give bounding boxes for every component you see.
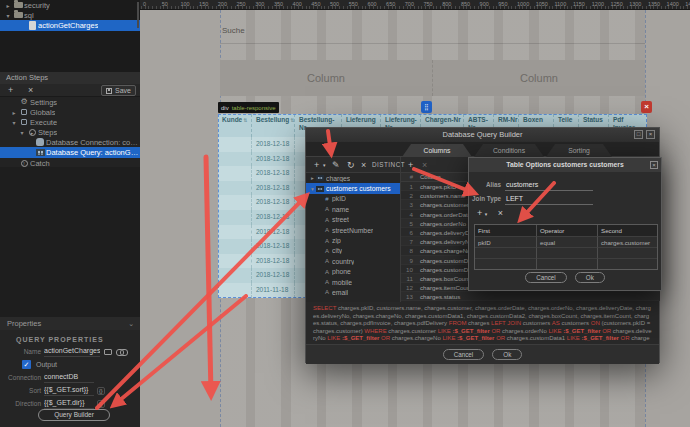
popup-titlebar[interactable]: Table Options customers customers [469,158,661,172]
schema-table-charges[interactable]: ▸charges [306,173,400,183]
query-builder-button[interactable]: Query Builder [38,409,110,421]
add-step-button[interactable]: + [8,84,13,96]
popup-footer: Cancel Ok [469,272,661,283]
binding-picker-icon[interactable]: {} [97,387,105,395]
name-field[interactable]: actionGetCharges [44,346,100,357]
maximize-icon[interactable]: □ [634,130,643,139]
file-tree-item-label: actionGetCharges [38,21,98,30]
file-tree-item-sql[interactable]: ▾sql [0,10,140,20]
expander-icon[interactable]: ▾ [4,12,12,19]
file-tree-item-actionGetCharges[interactable]: actionGetCharges [0,20,140,31]
binding-picker-icon[interactable]: {} [97,400,105,408]
table-header-bestellung[interactable]: Bestellung⇅ [251,114,294,137]
join-type-select[interactable]: LEFT [505,193,593,205]
schema-table-customers[interactable]: ▾customers customers [306,183,400,193]
schema-field-zip[interactable]: Azip [306,235,400,245]
tab-sorting[interactable]: Sorting [546,144,612,157]
file-tree-item-security[interactable]: ▸security [0,0,140,10]
expander-icon[interactable]: ▸ [309,175,316,181]
schema-field-city[interactable]: Acity [306,246,400,256]
step-settings[interactable]: ⚙Settings [0,97,140,107]
schema-field-label: city [332,247,342,254]
save-button[interactable]: Save [101,85,136,96]
step-globals[interactable]: ▸Globals [0,107,140,117]
properties-panel: QUERY PROPERTIES Name actionGetCharges ✓… [0,330,140,427]
ok-button[interactable]: Ok [492,349,522,360]
join-conditions-grid[interactable]: FirstOperatorSecondpkIDequalcharges.cust… [474,224,658,270]
selected-column-row[interactable]: 13charges.status [401,292,660,301]
step-database-connection-connectdb[interactable]: Database Connection: connectDB [0,137,140,147]
schema-field-name[interactable]: Aname [306,204,400,214]
column-header-block-1[interactable]: Column [220,60,432,96]
delete-element-icon[interactable]: × [641,101,652,113]
join-grid-row[interactable] [475,247,657,258]
ruler-label: 1000 [517,1,529,7]
drag-handle-icon[interactable]: ⣿ [421,101,432,113]
table-cell: 2018-12-18 [251,137,294,152]
add-table-button[interactable]: + [314,159,319,171]
properties-header[interactable]: Properties⌄ [0,317,140,330]
element-tag-badge[interactable]: div table-responsive [218,102,279,113]
file-tree-scrollbar[interactable] [137,2,139,28]
output-label: Output [36,361,57,368]
refresh-schema-button[interactable]: ↻ [347,159,355,171]
column-row-number: 13 [401,292,417,301]
add-condition-caret-icon[interactable]: ▾ [485,211,488,217]
close-icon[interactable]: × [650,161,658,169]
schema-field-pkID[interactable]: #pkID [306,194,400,204]
remove-step-button[interactable]: × [28,84,33,96]
schema-field-phone[interactable]: Aphone [306,267,400,277]
edit-table-button[interactable]: ✎ [332,159,340,171]
join-grid-row[interactable] [475,258,657,269]
ruler-label: 500 [330,1,339,7]
schema-field-email[interactable]: Aemail [306,287,400,297]
step-execute[interactable]: ▾Execute [0,117,140,127]
sql-param: :$_GET_filter [451,328,492,334]
expander-icon[interactable]: ▸ [10,109,18,116]
alias-input[interactable]: customers [505,179,593,191]
expander-icon[interactable]: ▸ [4,2,12,9]
step-catch[interactable]: !Catch [0,158,140,168]
join-grid-row[interactable]: pkIDequalcharges.customer [475,236,657,247]
schema-field-country[interactable]: Acountry [306,256,400,266]
dialog-titlebar[interactable]: Database Query Builder [306,128,659,142]
add-condition-button[interactable]: + [477,208,482,218]
remove-table-button[interactable]: × [361,159,366,171]
tab-conditions[interactable]: Conditions [474,144,544,157]
add-column-button[interactable]: + [408,159,413,171]
cancel-button[interactable]: Cancel [525,272,567,283]
schema-field-street[interactable]: Astreet [306,215,400,225]
table-icon [316,186,324,192]
tab-columns[interactable]: Columns [402,144,472,157]
expander-icon[interactable]: ▾ [10,119,18,126]
file-icon [26,21,38,30]
search-field-label[interactable]: Suche [222,26,245,35]
output-checkbox[interactable]: ✓ [22,360,31,369]
step-label: Database Connection: connectDB [46,138,140,147]
connection-field[interactable]: connectDB [44,372,94,383]
direction-field[interactable]: {{$_GET.dir}} [44,398,94,409]
column-row-number: 4 [401,210,417,219]
table-header-kunde[interactable]: Kunde⇅ [218,114,251,137]
pick-file-icon[interactable] [104,349,112,355]
remove-column-button[interactable]: × [422,159,427,171]
remove-condition-button[interactable]: × [498,208,503,218]
add-table-caret-icon[interactable]: ▾ [323,159,326,171]
ruler-label: 1050 [536,1,548,7]
expander-icon[interactable]: ▾ [309,186,316,192]
expander-icon[interactable]: ▾ [18,129,26,136]
chevron-down-icon: ⌄ [128,317,134,330]
column-header-block-2[interactable]: Column [432,60,645,96]
sql-text: customers [560,320,591,326]
sort-field[interactable]: {{$_GET.sort}} [44,385,94,396]
step-database-query-actiongetcharges[interactable]: Database Query: actionGetCharges [0,147,140,158]
link-icon[interactable] [116,349,126,355]
close-icon[interactable]: × [646,130,655,139]
schema-field-streetNumber[interactable]: AstreetNumber [306,225,400,235]
step-steps[interactable]: ▾▸Steps [0,127,140,137]
schema-field-mobile[interactable]: Amobile [306,277,400,287]
cancel-button[interactable]: Cancel [443,349,485,360]
text-field-icon: A [322,238,332,244]
ok-button[interactable]: Ok [575,272,605,283]
ruler-label: 200 [218,1,227,7]
